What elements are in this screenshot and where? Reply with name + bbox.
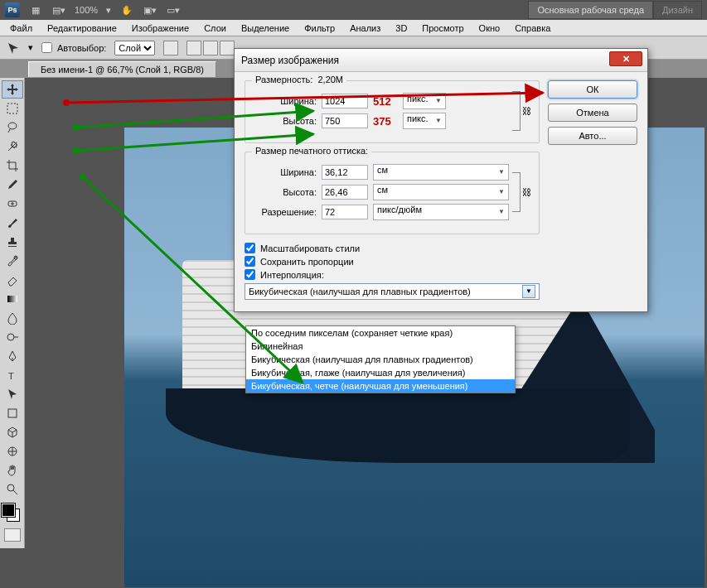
print-size-group: Размер печатного оттиска: Ширина: см Выс… (245, 152, 540, 234)
workspace-tab-main[interactable]: Основная рабочая среда (528, 1, 653, 19)
toolbox: T (0, 78, 25, 548)
align-vcenter-icon[interactable] (203, 41, 218, 55)
eraser-tool[interactable] (2, 271, 23, 289)
heal-tool[interactable] (2, 195, 23, 213)
gradient-tool[interactable] (2, 290, 23, 308)
svg-rect-6 (8, 409, 17, 417)
stamp-tool[interactable] (2, 233, 23, 251)
pen-tool[interactable] (2, 347, 23, 365)
constrain-proportions-checkbox[interactable]: Сохранить пропорции (245, 256, 540, 267)
hand-icon[interactable]: ✋ (119, 3, 134, 17)
width-label: Ширина: (252, 96, 317, 106)
hand-tool[interactable] (2, 461, 23, 480)
auto-button[interactable]: Авто... (548, 127, 637, 145)
interp-option-3[interactable]: Бикубическая, глаже (наилучшая для увели… (246, 366, 515, 379)
ok-button[interactable]: ОК (548, 80, 637, 99)
chain-icon[interactable]: ⛓ (522, 106, 532, 116)
dialog-titlebar[interactable]: Размер изображения ✕ (235, 49, 647, 72)
zoom-tool[interactable] (2, 480, 23, 499)
align-icons-group (163, 41, 178, 55)
print-chain-icon[interactable]: ⛓ (522, 187, 532, 197)
resample-checkbox[interactable]: Интерполяция: (245, 269, 540, 280)
pixel-dimensions-group: Размерность: 2,20M Ширина: 512 пикс. Выс… (245, 80, 540, 143)
type-tool[interactable]: T (2, 366, 23, 384)
align-top-icon[interactable] (186, 41, 201, 55)
menu-bar: Файл Редактирование Изображение Слои Выд… (0, 20, 707, 36)
document-tab[interactable]: Без имени-1 @ 66,7% (Слой 1, RGB/8) (28, 61, 216, 77)
color-swatches[interactable] (0, 502, 22, 523)
blur-tool[interactable] (2, 309, 23, 327)
dropdown-button[interactable]: ▼ (522, 285, 535, 298)
auto-select-target[interactable]: Слой (114, 41, 155, 55)
crop-tool[interactable] (2, 157, 23, 175)
svg-point-8 (7, 484, 14, 491)
svg-rect-3 (7, 296, 17, 302)
menu-edit[interactable]: Редактирование (41, 22, 123, 35)
foreground-color[interactable] (2, 504, 15, 517)
print-constrain-bracket (512, 172, 521, 212)
resolution-unit[interactable]: пикс/дюйм (373, 204, 509, 220)
height-annotation: 375 (373, 115, 398, 128)
align-bottom-icon[interactable] (220, 41, 235, 55)
workspace-tab-design[interactable]: Дизайн (653, 1, 702, 19)
app-logo: Ps (5, 2, 20, 17)
image-size-dialog: Размер изображения ✕ Размерность: 2,20M … (234, 48, 648, 312)
quick-mask-icon[interactable] (4, 528, 21, 542)
menu-image[interactable]: Изображение (125, 22, 196, 35)
mini-bridge-icon[interactable]: ▤▾ (51, 3, 66, 17)
menu-filter[interactable]: Фильтр (298, 22, 341, 35)
width-annotation: 512 (373, 95, 398, 108)
lasso-tool[interactable] (2, 118, 23, 137)
eyedropper-tool[interactable] (2, 176, 23, 194)
3d-tool[interactable] (2, 423, 23, 441)
menu-analysis[interactable]: Анализ (343, 22, 387, 35)
wand-tool[interactable] (2, 137, 23, 156)
show-transform-icon[interactable] (163, 41, 178, 55)
interpolation-select[interactable]: Бикубическая (наилучшая для плавных град… (245, 283, 540, 300)
height-unit-select[interactable]: пикс. (403, 113, 446, 129)
menu-3d[interactable]: 3D (389, 22, 414, 35)
height-input[interactable] (322, 113, 368, 128)
app-titlebar: Ps ▦ ▤▾ 100% ▾ ✋ ▣▾ ▭▾ Основная рабочая … (0, 0, 707, 20)
menu-file[interactable]: Файл (3, 22, 39, 35)
menu-view[interactable]: Просмотр (415, 22, 470, 35)
dodge-tool[interactable] (2, 328, 23, 346)
interp-option-1[interactable]: Билинейная (246, 340, 515, 353)
interp-option-2[interactable]: Бикубическая (наилучшая для плавных град… (246, 353, 515, 366)
menu-window[interactable]: Окно (472, 22, 507, 35)
width-input[interactable] (322, 94, 368, 108)
path-select-tool[interactable] (2, 385, 23, 403)
menu-help[interactable]: Справка (508, 22, 557, 35)
shape-tool[interactable] (2, 404, 23, 422)
align-buttons (186, 41, 235, 55)
extras-icon[interactable]: ▣▾ (143, 3, 157, 17)
resolution-label: Разрешение: (252, 207, 317, 217)
move-tool[interactable] (2, 80, 23, 99)
interp-option-0[interactable]: По соседним пикселам (сохраняет четкие к… (246, 326, 515, 340)
3d-camera-tool[interactable] (2, 442, 23, 460)
print-width-input[interactable] (322, 165, 368, 180)
resolution-input[interactable] (322, 205, 368, 219)
brush-tool[interactable] (2, 214, 23, 232)
width-unit-select[interactable]: пикс. (403, 93, 446, 109)
scale-styles-checkbox[interactable]: Масштабировать стили (245, 243, 540, 253)
dialog-title: Размер изображения (241, 55, 339, 66)
interp-option-4[interactable]: Бикубическая, четче (наилучшая для умень… (246, 379, 515, 393)
auto-select-checkbox[interactable]: Автовыбор: (41, 42, 106, 53)
height-label: Высота: (252, 116, 317, 126)
history-brush-tool[interactable] (2, 252, 23, 270)
close-button[interactable]: ✕ (609, 51, 642, 66)
print-width-unit[interactable]: см (373, 164, 509, 181)
menu-layer[interactable]: Слои (197, 22, 233, 35)
menu-select[interactable]: Выделение (235, 22, 296, 35)
interpolation-dropdown: По соседним пикселам (сохраняет четкие к… (245, 325, 516, 393)
workspace-switcher: Основная рабочая среда Дизайн (528, 1, 702, 19)
bridge-icon[interactable]: ▦ (28, 3, 43, 17)
marquee-tool[interactable] (2, 99, 23, 118)
print-height-input[interactable] (322, 185, 368, 200)
print-height-unit[interactable]: см (373, 184, 509, 200)
zoom-percent[interactable]: 100% (75, 5, 98, 15)
svg-text:T: T (8, 371, 14, 381)
cancel-button[interactable]: Отмена (548, 104, 637, 122)
screen-mode-icon[interactable]: ▭▾ (166, 3, 181, 17)
